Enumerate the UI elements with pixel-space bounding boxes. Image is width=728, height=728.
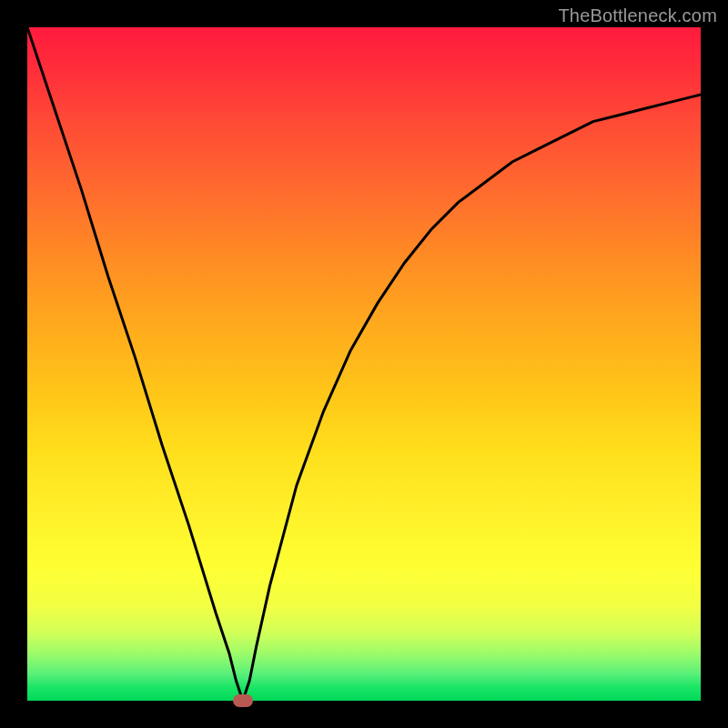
plot-area	[27, 27, 701, 701]
watermark-label: TheBottleneck.com	[558, 5, 717, 26]
outer-frame: TheBottleneck.com	[0, 0, 728, 728]
optimum-marker	[233, 694, 253, 707]
bottleneck-curve	[27, 27, 701, 701]
